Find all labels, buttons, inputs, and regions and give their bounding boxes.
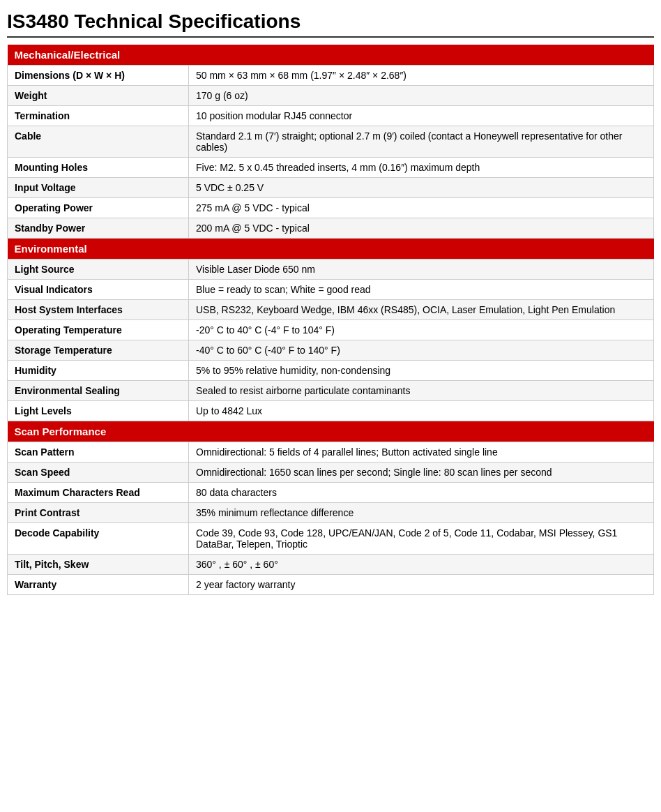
- row-value: 360° , ± 60° , ± 60°: [189, 555, 654, 575]
- table-row: Maximum Characters Read80 data character…: [8, 483, 654, 503]
- specs-table: Mechanical/ElectricalDimensions (D × W ×…: [7, 45, 654, 595]
- row-value: 170 g (6 oz): [189, 86, 654, 106]
- row-value: 10 position modular RJ45 connector: [189, 106, 654, 126]
- row-value: Standard 2.1 m (7′) straight; optional 2…: [189, 126, 654, 158]
- table-row: Decode CapabilityCode 39, Code 93, Code …: [8, 523, 654, 555]
- row-label: Warranty: [8, 575, 189, 595]
- page-title: IS3480 Technical Specifications: [7, 7, 654, 38]
- table-row: Operating Power275 mA @ 5 VDC - typical: [8, 198, 654, 218]
- row-label: Light Levels: [8, 401, 189, 421]
- row-label: Host System Interfaces: [8, 300, 189, 320]
- row-value: Sealed to resist airborne particulate co…: [189, 381, 654, 401]
- row-label: Scan Pattern: [8, 442, 189, 463]
- row-value: 200 mA @ 5 VDC - typical: [189, 218, 654, 239]
- table-row: Operating Temperature-20° C to 40° C (-4…: [8, 320, 654, 340]
- row-label: Scan Speed: [8, 463, 189, 483]
- row-label: Weight: [8, 86, 189, 106]
- row-value: Blue = ready to scan; White = good read: [189, 280, 654, 300]
- table-row: Storage Temperature-40° C to 60° C (-40°…: [8, 340, 654, 361]
- row-label: Cable: [8, 126, 189, 158]
- table-row: Light LevelsUp to 4842 Lux: [8, 401, 654, 421]
- row-label: Operating Temperature: [8, 320, 189, 340]
- row-value: 275 mA @ 5 VDC - typical: [189, 198, 654, 218]
- row-label: Visual Indicators: [8, 280, 189, 300]
- table-row: Environmental SealingSealed to resist ai…: [8, 381, 654, 401]
- row-value: USB, RS232, Keyboard Wedge, IBM 46xx (RS…: [189, 300, 654, 320]
- row-label: Light Source: [8, 260, 189, 280]
- row-label: Dimensions (D × W × H): [8, 66, 189, 86]
- section-header-environmental: Environmental: [8, 239, 654, 260]
- table-row: Termination10 position modular RJ45 conn…: [8, 106, 654, 126]
- row-label: Tilt, Pitch, Skew: [8, 555, 189, 575]
- row-value: Omnidirectional: 1650 scan lines per sec…: [189, 463, 654, 483]
- row-label: Input Voltage: [8, 178, 189, 198]
- table-row: Visual IndicatorsBlue = ready to scan; W…: [8, 280, 654, 300]
- row-value: 5% to 95% relative humidity, non-condens…: [189, 361, 654, 381]
- row-value: Omnidirectional: 5 fields of 4 parallel …: [189, 442, 654, 463]
- table-row: Dimensions (D × W × H)50 mm × 63 mm × 68…: [8, 66, 654, 86]
- row-label: Decode Capability: [8, 523, 189, 555]
- table-row: Host System InterfacesUSB, RS232, Keyboa…: [8, 300, 654, 320]
- row-label: Mounting Holes: [8, 158, 189, 178]
- table-row: Input Voltage5 VDC ± 0.25 V: [8, 178, 654, 198]
- table-row: Warranty2 year factory warranty: [8, 575, 654, 595]
- row-label: Standby Power: [8, 218, 189, 239]
- row-label: Print Contrast: [8, 503, 189, 523]
- table-row: Scan PatternOmnidirectional: 5 fields of…: [8, 442, 654, 463]
- row-label: Termination: [8, 106, 189, 126]
- section-header-mechanical: Mechanical/Electrical: [8, 45, 654, 66]
- table-row: Scan SpeedOmnidirectional: 1650 scan lin…: [8, 463, 654, 483]
- table-row: Weight170 g (6 oz): [8, 86, 654, 106]
- row-value: 2 year factory warranty: [189, 575, 654, 595]
- row-label: Storage Temperature: [8, 340, 189, 361]
- row-value: 35% minimum reflectance difference: [189, 503, 654, 523]
- table-row: Print Contrast35% minimum reflectance di…: [8, 503, 654, 523]
- row-value: 50 mm × 63 mm × 68 mm (1.97″ × 2.48″ × 2…: [189, 66, 654, 86]
- table-row: Light SourceVisible Laser Diode 650 nm: [8, 260, 654, 280]
- row-value: 5 VDC ± 0.25 V: [189, 178, 654, 198]
- row-label: Operating Power: [8, 198, 189, 218]
- row-value: Up to 4842 Lux: [189, 401, 654, 421]
- row-value: -20° C to 40° C (-4° F to 104° F): [189, 320, 654, 340]
- row-label: Humidity: [8, 361, 189, 381]
- table-row: CableStandard 2.1 m (7′) straight; optio…: [8, 126, 654, 158]
- row-value: 80 data characters: [189, 483, 654, 503]
- table-row: Tilt, Pitch, Skew360° , ± 60° , ± 60°: [8, 555, 654, 575]
- table-row: Humidity5% to 95% relative humidity, non…: [8, 361, 654, 381]
- row-label: Environmental Sealing: [8, 381, 189, 401]
- row-value: Code 39, Code 93, Code 128, UPC/EAN/JAN,…: [189, 523, 654, 555]
- row-label: Maximum Characters Read: [8, 483, 189, 503]
- row-value: -40° C to 60° C (-40° F to 140° F): [189, 340, 654, 361]
- row-value: Visible Laser Diode 650 nm: [189, 260, 654, 280]
- section-header-scan-performance: Scan Performance: [8, 421, 654, 442]
- row-value: Five: M2. 5 x 0.45 threaded inserts, 4 m…: [189, 158, 654, 178]
- table-row: Mounting HolesFive: M2. 5 x 0.45 threade…: [8, 158, 654, 178]
- table-row: Standby Power200 mA @ 5 VDC - typical: [8, 218, 654, 239]
